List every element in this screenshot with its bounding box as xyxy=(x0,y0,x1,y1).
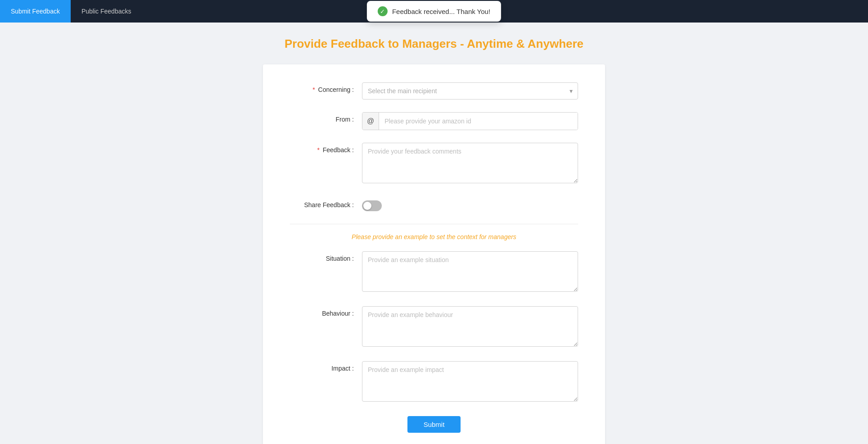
toast-success-icon: ✓ xyxy=(378,6,388,16)
from-control-wrap: @ xyxy=(362,112,578,130)
situation-control-wrap xyxy=(362,251,578,294)
behaviour-control-wrap xyxy=(362,306,578,349)
concerning-control-wrap: Select the main recipient xyxy=(362,82,578,100)
feedback-textarea[interactable] xyxy=(362,143,578,183)
nav-tab-public-label: Public Feedbacks xyxy=(81,8,131,15)
form-row-behaviour: Behaviour : xyxy=(290,306,578,349)
nav-tab-submit[interactable]: Submit Feedback xyxy=(0,0,71,23)
page-content: Provide Feedback to Managers - Anytime &… xyxy=(0,23,868,444)
toast-message: Feedback received... Thank You! xyxy=(392,8,490,15)
form-row-feedback: * Feedback : xyxy=(290,143,578,185)
submit-row: Submit xyxy=(290,416,578,433)
feedback-control-wrap xyxy=(362,143,578,185)
form-card: * Concerning : Select the main recipient… xyxy=(263,64,605,444)
nav-tab-public[interactable]: Public Feedbacks xyxy=(71,0,142,23)
from-input-wrapper: @ xyxy=(362,112,578,130)
share-toggle[interactable] xyxy=(362,200,382,211)
share-control-wrap xyxy=(362,198,578,211)
toast-notification: ✓ Feedback received... Thank You! xyxy=(367,1,501,22)
section-note: Please provide an example to set the con… xyxy=(290,233,578,240)
impact-label: Impact : xyxy=(290,361,362,372)
nav-tab-submit-label: Submit Feedback xyxy=(11,8,60,15)
at-icon: @ xyxy=(362,113,379,130)
required-star: * xyxy=(312,86,315,93)
toggle-thumb xyxy=(363,202,371,210)
required-star-feedback: * xyxy=(317,146,319,154)
concerning-select-wrapper: Select the main recipient xyxy=(362,82,578,100)
behaviour-textarea[interactable] xyxy=(362,306,578,347)
situation-textarea[interactable] xyxy=(362,251,578,292)
share-label: Share Feedback : xyxy=(290,198,362,208)
form-row-from: From : @ xyxy=(290,112,578,130)
feedback-label: * Feedback : xyxy=(290,143,362,154)
section-divider xyxy=(290,224,578,224)
navbar: Submit Feedback Public Feedbacks ✓ Feedb… xyxy=(0,0,868,23)
form-row-impact: Impact : xyxy=(290,361,578,403)
form-row-share: Share Feedback : xyxy=(290,198,578,211)
concerning-label: * Concerning : xyxy=(290,82,362,93)
share-toggle-wrapper xyxy=(362,198,578,211)
concerning-select[interactable]: Select the main recipient xyxy=(362,82,578,100)
impact-textarea[interactable] xyxy=(362,361,578,402)
form-row-situation: Situation : xyxy=(290,251,578,294)
submit-button[interactable]: Submit xyxy=(407,416,461,433)
situation-label: Situation : xyxy=(290,251,362,262)
behaviour-label: Behaviour : xyxy=(290,306,362,317)
page-title: Provide Feedback to Managers - Anytime &… xyxy=(0,37,868,51)
form-row-concerning: * Concerning : Select the main recipient xyxy=(290,82,578,100)
from-label: From : xyxy=(290,112,362,123)
from-input[interactable] xyxy=(379,113,578,130)
impact-control-wrap xyxy=(362,361,578,403)
